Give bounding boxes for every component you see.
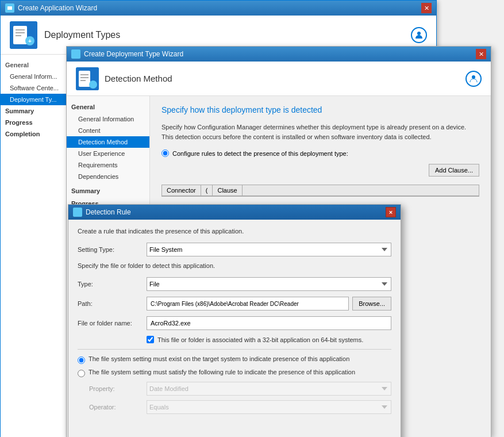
section-divider bbox=[78, 349, 391, 350]
inner-sidebar-general-info[interactable]: General Information bbox=[67, 113, 149, 125]
detection-titlebar: Detection Rule × bbox=[68, 205, 401, 220]
clause-table-wrapper: Add Clause... Connector ( Clause bbox=[161, 164, 479, 197]
outer-sidebar: General General Inform... Software Cente… bbox=[1, 55, 67, 437]
inner-sidebar-user-experience[interactable]: User Experience bbox=[67, 148, 149, 159]
inner-header-title: Detection Method bbox=[105, 74, 172, 83]
detection-close-button[interactable]: × bbox=[386, 207, 396, 217]
file-folder-label: File or folder name: bbox=[78, 320, 147, 327]
inner-header-icon bbox=[76, 67, 99, 90]
sidebar-item-software-center[interactable]: Software Cente... bbox=[1, 82, 66, 94]
radio-label-satisfy: The file system setting must satisfy the… bbox=[89, 369, 355, 375]
inner-sidebar-section-general: General bbox=[67, 101, 149, 113]
svg-rect-1 bbox=[7, 6, 12, 10]
content-title: Specify how this deployment type is dete… bbox=[161, 105, 479, 114]
checkbox-label: This file or folder is associated with a… bbox=[157, 336, 363, 343]
add-clause-button[interactable]: Add Clause... bbox=[429, 164, 479, 177]
outer-header-icon: + bbox=[10, 21, 37, 49]
browse-button[interactable]: Browse... bbox=[352, 297, 391, 310]
clause-col-clause: Clause bbox=[213, 185, 242, 195]
checkbox-row: This file or folder is associated with a… bbox=[147, 336, 391, 343]
detection-app-icon bbox=[73, 208, 82, 217]
inner-sidebar-dependencies[interactable]: Dependencies bbox=[67, 171, 149, 182]
svg-text:+: + bbox=[28, 38, 32, 44]
property-label: Property: bbox=[89, 385, 147, 392]
inner-app-icon bbox=[71, 49, 80, 59]
clause-col-connector: Connector bbox=[162, 185, 201, 195]
app-icon bbox=[5, 3, 14, 13]
svg-rect-4 bbox=[16, 29, 25, 30]
sidebar-item-progress[interactable]: Progress bbox=[1, 117, 66, 128]
setting-type-row: Setting Type: File System Registry Windo… bbox=[78, 243, 391, 256]
property-select: Date Modified Date Created Version Size bbox=[147, 382, 391, 396]
detection-intro: Create a rule that indicates the presenc… bbox=[78, 228, 391, 235]
svg-point-16 bbox=[89, 80, 97, 89]
svg-rect-6 bbox=[16, 35, 21, 36]
property-row: Property: Date Modified Date Created Ver… bbox=[78, 382, 391, 396]
inner-sidebar-detection-method[interactable]: Detection Method bbox=[67, 136, 149, 148]
radio-row-2: The file system setting must satisfy the… bbox=[78, 369, 391, 377]
svg-rect-5 bbox=[16, 32, 25, 33]
radio-row-1: The file system setting must exist on th… bbox=[78, 355, 391, 364]
inner-close-button[interactable]: ✕ bbox=[476, 49, 486, 59]
setting-type-label: Setting Type: bbox=[78, 246, 147, 253]
radio-label-configure-rules[interactable]: Configure rules to detect the presence o… bbox=[161, 150, 479, 157]
radio-group-rules: Configure rules to detect the presence o… bbox=[161, 150, 479, 157]
detection-dialog-title: Detection Rule bbox=[86, 208, 131, 216]
32bit-checkbox[interactable] bbox=[147, 336, 154, 343]
person-icon bbox=[411, 27, 427, 43]
radio-label-exist: The file system setting must exist on th… bbox=[89, 355, 349, 362]
inner-window-title: Create Deployment Type Wizard bbox=[84, 50, 183, 58]
sidebar-item-deployment-type[interactable]: Deployment Ty... bbox=[1, 94, 66, 105]
operator-select: Equals Not Equal To Greater Than Less Th… bbox=[147, 400, 391, 414]
svg-rect-18 bbox=[74, 209, 81, 216]
detection-body: Create a rule that indicates the presenc… bbox=[68, 220, 401, 427]
inner-sidebar-requirements[interactable]: Requirements bbox=[67, 159, 149, 171]
file-folder-input[interactable] bbox=[147, 316, 391, 330]
radio-configure-rules[interactable] bbox=[161, 150, 169, 157]
svg-rect-14 bbox=[80, 77, 89, 78]
detection-dialog: Detection Rule × Create a rule that indi… bbox=[68, 204, 401, 437]
specify-text: Specify the file or folder to detect thi… bbox=[78, 262, 391, 269]
radio-satisfy[interactable] bbox=[78, 370, 85, 377]
type-label: Type: bbox=[78, 281, 147, 288]
content-description: Specify how Configuration Manager determ… bbox=[161, 122, 479, 141]
clause-col-paren: ( bbox=[201, 185, 213, 195]
svg-rect-15 bbox=[80, 80, 86, 81]
svg-point-9 bbox=[417, 32, 421, 35]
inner-titlebar: Create Deployment Type Wizard ✕ bbox=[67, 47, 491, 62]
inner-sidebar-content[interactable]: Content bbox=[67, 125, 149, 136]
radio-exist[interactable] bbox=[78, 356, 85, 364]
sidebar-item-completion[interactable]: Completion bbox=[1, 128, 66, 140]
operator-label: Operator: bbox=[89, 404, 147, 411]
sidebar-section-general: General bbox=[1, 59, 66, 71]
setting-type-select[interactable]: File System Registry Windows Installer bbox=[147, 243, 391, 256]
type-row: Type: File Folder bbox=[78, 277, 391, 291]
operator-row: Operator: Equals Not Equal To Greater Th… bbox=[78, 400, 391, 414]
svg-rect-10 bbox=[72, 51, 79, 57]
svg-point-17 bbox=[472, 75, 475, 79]
inner-person-icon bbox=[465, 71, 482, 87]
inner-sidebar-summary[interactable]: Summary bbox=[67, 185, 149, 197]
svg-rect-13 bbox=[80, 74, 89, 75]
path-label: Path: bbox=[78, 300, 147, 307]
path-input[interactable] bbox=[147, 297, 349, 310]
clause-table-header: Connector ( Clause bbox=[162, 185, 479, 196]
clause-table: Connector ( Clause bbox=[161, 185, 479, 197]
outer-window-title: Create Application Wizard bbox=[18, 4, 97, 12]
sidebar-item-summary[interactable]: Summary bbox=[1, 105, 66, 117]
path-row: Path: Browse... bbox=[78, 297, 391, 310]
file-folder-name-row: File or folder name: bbox=[78, 316, 391, 330]
type-select[interactable]: File Folder bbox=[147, 277, 391, 291]
inner-header: Detection Method bbox=[67, 62, 491, 96]
sidebar-item-general-info[interactable]: General Inform... bbox=[1, 71, 66, 82]
outer-titlebar: Create Application Wizard ✕ bbox=[1, 1, 436, 16]
outer-close-button[interactable]: ✕ bbox=[421, 3, 432, 13]
outer-header-title: Deployment Types bbox=[44, 30, 120, 40]
svg-rect-12 bbox=[79, 71, 90, 87]
